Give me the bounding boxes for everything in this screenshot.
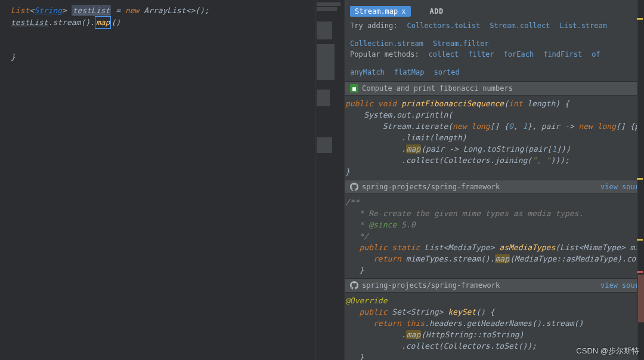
suggest-link[interactable]: Collectors.toList xyxy=(407,21,481,30)
suggest-link[interactable]: List.stream xyxy=(560,21,607,30)
suggest-link[interactable]: forEach xyxy=(504,50,534,59)
example-title: spring-projects/spring-framework xyxy=(362,281,597,290)
suggest-link[interactable]: findFirst xyxy=(543,50,582,59)
popular-methods-row: Popular methods: collect filter forEach … xyxy=(345,49,644,78)
example-code[interactable]: /** * Re-create the given mime types as … xyxy=(345,194,644,278)
java-keyword: List xyxy=(11,6,29,15)
view-source-link[interactable]: view sour xyxy=(600,183,639,191)
suggest-link[interactable]: filter xyxy=(468,50,494,59)
suggest-link[interactable]: anyMatch xyxy=(350,68,385,76)
code-snippet-icon: ■ xyxy=(350,84,358,93)
example-header[interactable]: ■Compute and print fibonacci numbers xyxy=(345,81,644,96)
active-chip[interactable]: Stream.map x xyxy=(350,6,410,17)
try-adding-row: Try adding: Collectors.toList Stream.col… xyxy=(345,20,644,49)
suggest-link[interactable]: of xyxy=(592,50,600,59)
scroll-thumb[interactable] xyxy=(638,275,644,322)
suggest-link[interactable]: Stream.collect xyxy=(490,21,550,30)
marker-strip[interactable] xyxy=(637,0,644,360)
example-title: Compute and print fibonacci numbers xyxy=(362,84,639,93)
type-ref: String xyxy=(34,6,62,15)
suggest-link[interactable]: flatMap xyxy=(394,68,425,76)
close-icon[interactable]: x xyxy=(401,7,405,16)
assist-header: Stream.map x ADD xyxy=(345,0,644,20)
view-source-link[interactable]: view sour xyxy=(600,281,639,290)
suggest-link[interactable]: Stream.filter xyxy=(433,39,489,48)
suggest-link[interactable]: collect xyxy=(429,50,459,59)
add-button[interactable]: ADD xyxy=(416,4,458,19)
example-title: spring-projects/spring-framework xyxy=(362,183,597,191)
assist-pane: Stream.map x ADD Try adding: Collectors.… xyxy=(345,0,644,360)
code-editor[interactable]: List<String> testList = new ArrayList<>(… xyxy=(0,0,315,360)
minimap[interactable] xyxy=(315,0,345,360)
caret-selection: map xyxy=(95,16,111,29)
suggest-link[interactable]: sorted xyxy=(434,68,459,76)
github-icon xyxy=(350,281,358,290)
watermark: CSDN @步尔斯特 xyxy=(576,346,639,356)
var-decl: testList xyxy=(72,5,112,16)
github-icon xyxy=(350,183,358,191)
example-header[interactable]: spring-projects/spring-frameworkview sou… xyxy=(345,278,644,293)
example-header[interactable]: spring-projects/spring-frameworkview sou… xyxy=(345,180,644,194)
example-code[interactable]: public void printFibonacciSequence(int l… xyxy=(345,96,644,180)
suggest-link[interactable]: Collection.stream xyxy=(350,39,423,48)
